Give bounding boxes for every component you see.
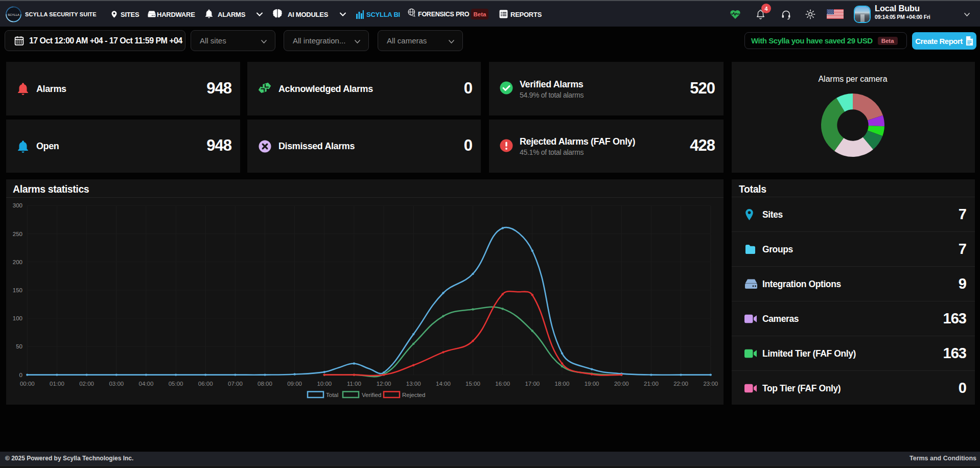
svg-text:07:00: 07:00 (228, 381, 243, 387)
svg-text:Total: Total (326, 392, 338, 398)
svg-text:200: 200 (13, 259, 22, 265)
svg-text:17:00: 17:00 (525, 381, 540, 387)
svg-text:08:00: 08:00 (258, 381, 272, 387)
svg-text:04:00: 04:00 (139, 381, 154, 387)
svg-text:01:00: 01:00 (50, 381, 64, 387)
svg-text:06:00: 06:00 (198, 381, 213, 387)
svg-text:19:00: 19:00 (585, 381, 599, 387)
svg-text:Verified: Verified (362, 392, 381, 398)
svg-text:00:00: 00:00 (20, 381, 35, 387)
svg-text:18:00: 18:00 (555, 381, 570, 387)
svg-text:09:00: 09:00 (287, 381, 302, 387)
svg-text:250: 250 (13, 231, 22, 237)
svg-text:Rejected: Rejected (402, 392, 425, 398)
svg-text:50: 50 (16, 343, 22, 349)
svg-text:16:00: 16:00 (495, 381, 510, 387)
svg-text:14:00: 14:00 (436, 381, 451, 387)
svg-text:12:00: 12:00 (377, 381, 391, 387)
svg-text:150: 150 (13, 287, 22, 293)
svg-text:Alarms per camera: Alarms per camera (818, 75, 887, 83)
svg-text:13:00: 13:00 (406, 381, 421, 387)
svg-text:100: 100 (13, 315, 22, 321)
svg-text:10:00: 10:00 (317, 381, 332, 387)
svg-text:03:00: 03:00 (109, 381, 124, 387)
svg-text:SCYLLA: SCYLLA (8, 13, 19, 16)
svg-text:20:00: 20:00 (614, 381, 629, 387)
svg-text:300: 300 (13, 202, 22, 208)
svg-text:0: 0 (19, 372, 22, 378)
svg-text:15:00: 15:00 (465, 381, 480, 387)
svg-text:22:00: 22:00 (673, 381, 688, 387)
svg-text:05:00: 05:00 (169, 381, 183, 387)
svg-text:02:00: 02:00 (79, 381, 94, 387)
svg-text:21:00: 21:00 (644, 381, 659, 387)
svg-text:23:00: 23:00 (703, 381, 718, 387)
svg-text:11:00: 11:00 (347, 381, 361, 387)
